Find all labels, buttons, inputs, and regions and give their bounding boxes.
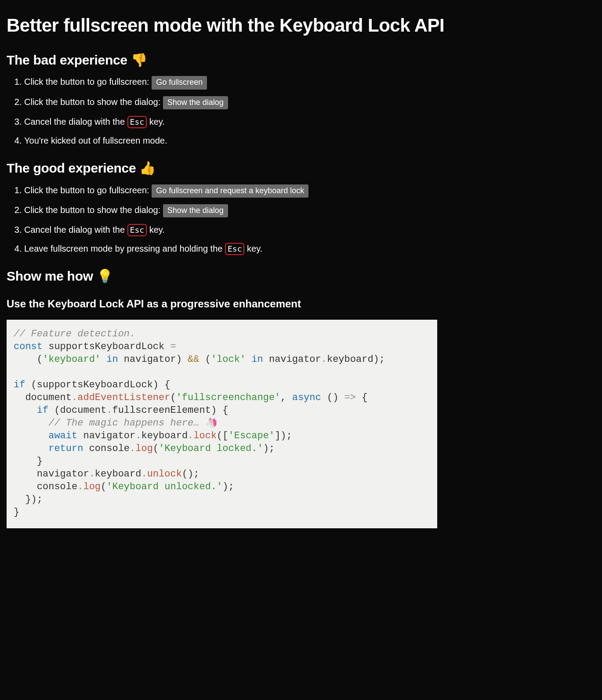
code-keyword: in (101, 354, 118, 365)
code-string: 'lock' (211, 354, 246, 365)
code-text: ); (222, 481, 234, 492)
code-comment: // Feature detection. (14, 328, 135, 339)
code-punct: . (141, 469, 147, 480)
code-op: && (188, 354, 199, 365)
code-text: navigator (263, 354, 321, 365)
code-text: ( (199, 354, 211, 365)
code-text: ); (263, 443, 275, 454)
list-item: Click the button to show the dialog: Sho… (24, 204, 595, 217)
code-text: , (280, 392, 292, 403)
code-text: keyboard (141, 430, 188, 441)
show-dialog-button[interactable]: Show the dialog (163, 204, 228, 217)
code-text: ( (101, 481, 106, 492)
step-text: key. (147, 117, 165, 126)
code-punct: . (72, 392, 77, 403)
step-text: Leave fullscreen mode by pressing and ho… (24, 244, 225, 253)
code-punct: . (106, 405, 112, 416)
code-text: supportsKeyboardLock (43, 341, 170, 352)
code-text (14, 405, 37, 416)
step-text: Click the button to go fullscreen: (24, 77, 152, 87)
code-keyword: if (37, 405, 48, 416)
code-text: ( (14, 354, 43, 365)
code-punct: . (188, 430, 193, 441)
code-keyword: in (246, 354, 263, 365)
code-text: navigator (14, 469, 89, 480)
good-experience-heading: The good experience 👍 (7, 159, 595, 178)
code-punct: . (77, 481, 83, 492)
good-list: Click the button to go fullscreen: Go fu… (7, 184, 595, 256)
list-item: Click the button to show the dialog: Sho… (24, 96, 595, 109)
code-block: // Feature detection. const supportsKeyb… (7, 320, 437, 528)
step-text: key. (244, 244, 262, 253)
list-item: Leave fullscreen mode by pressing and ho… (24, 242, 595, 255)
code-text: navigator) (118, 354, 188, 365)
code-text: console (83, 443, 130, 454)
code-keyword: async (292, 392, 321, 403)
show-dialog-button[interactable]: Show the dialog (163, 96, 228, 109)
code-string: 'Keyboard unlocked.' (106, 481, 222, 492)
code-punct: . (89, 469, 95, 480)
esc-key: Esc (127, 116, 147, 128)
article: Better fullscreen mode with the Keyboard… (0, 0, 602, 546)
step-text: key. (147, 225, 165, 235)
esc-key: Esc (225, 243, 245, 255)
code-punct: . (130, 443, 135, 454)
code-text: keyboard (95, 469, 141, 480)
code-text: { (356, 392, 367, 403)
code-text: ]); (275, 430, 292, 441)
code-text (14, 443, 48, 454)
code-keyword: const (14, 341, 43, 352)
code-text: navigator (77, 430, 135, 441)
list-item: You're kicked out of fullscreen mode. (24, 134, 595, 147)
code-text: } (14, 456, 43, 467)
step-text: You're kicked out of fullscreen mode. (24, 136, 167, 145)
page-title: Better fullscreen mode with the Keyboard… (7, 12, 595, 39)
bad-experience-heading: The bad experience 👎 (7, 51, 595, 70)
code-text: () (321, 392, 345, 403)
show-me-how-heading: Show me how 💡 (7, 267, 595, 286)
code-keyword: if (14, 379, 25, 390)
step-text: Cancel the dialog with the (24, 225, 127, 235)
code-func: unlock (147, 469, 182, 480)
step-text: Click the button to go fullscreen: (24, 185, 152, 195)
code-func: log (135, 443, 153, 454)
code-text: ([ (217, 430, 228, 441)
code-text (14, 430, 48, 441)
go-fullscreen-button[interactable]: Go fullscreen (152, 76, 207, 89)
code-op: = (170, 341, 176, 352)
code-punct: . (135, 430, 141, 441)
code-text: document (14, 392, 72, 403)
code-func: lock (193, 430, 217, 441)
code-text: (document (48, 405, 106, 416)
code-text: }); (14, 494, 43, 505)
how-subheading: Use the Keyboard Lock API as a progressi… (7, 296, 595, 312)
code-func: addEventListener (77, 392, 170, 403)
go-fullscreen-lock-button[interactable]: Go fullscreen and request a keyboard loc… (152, 184, 308, 198)
list-item: Cancel the dialog with the Esc key. (24, 224, 595, 236)
code-comment: // The magic happens here… 🦄 (14, 418, 217, 429)
list-item: Click the button to go fullscreen: Go fu… (24, 76, 595, 89)
code-string: 'fullscreenchange' (176, 392, 281, 403)
step-text: Click the button to show the dialog: (24, 97, 163, 107)
code-text: ( (170, 392, 176, 403)
code-text: (supportsKeyboardLock) { (25, 379, 170, 390)
list-item: Click the button to go fullscreen: Go fu… (24, 184, 595, 198)
code-string: 'Keyboard locked.' (159, 443, 263, 454)
code-text: keyboard); (327, 354, 385, 365)
bad-list: Click the button to go fullscreen: Go fu… (7, 76, 595, 147)
step-text: Cancel the dialog with the (24, 117, 127, 126)
code-string: 'Escape' (228, 430, 275, 441)
code-text: ( (153, 443, 159, 454)
code-text: } (14, 507, 19, 518)
code-op: => (345, 392, 356, 403)
code-func: log (83, 481, 101, 492)
code-string: 'keyboard' (43, 354, 101, 365)
code-text: console (14, 481, 77, 492)
code-text: fullscreenElement) { (112, 405, 228, 416)
code-text: (); (182, 469, 199, 480)
code-punct: . (321, 354, 327, 365)
list-item: Cancel the dialog with the Esc key. (24, 115, 595, 128)
step-text: Click the button to show the dialog: (24, 205, 163, 215)
code-keyword: return (48, 443, 83, 454)
code-keyword: await (48, 430, 77, 441)
